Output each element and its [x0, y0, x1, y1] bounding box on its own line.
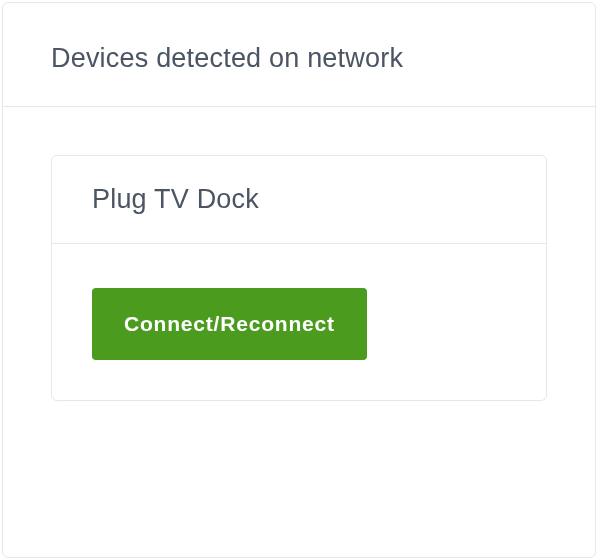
device-card-header: Plug TV Dock	[52, 156, 546, 244]
panel-header: Devices detected on network	[3, 3, 595, 107]
connect-button[interactable]: Connect/Reconnect	[92, 288, 367, 360]
device-name: Plug TV Dock	[92, 184, 506, 215]
devices-panel: Devices detected on network Plug TV Dock…	[2, 2, 596, 558]
panel-title: Devices detected on network	[51, 43, 547, 74]
panel-content: Plug TV Dock Connect/Reconnect	[3, 107, 595, 449]
device-card-body: Connect/Reconnect	[52, 244, 546, 400]
device-card: Plug TV Dock Connect/Reconnect	[51, 155, 547, 401]
